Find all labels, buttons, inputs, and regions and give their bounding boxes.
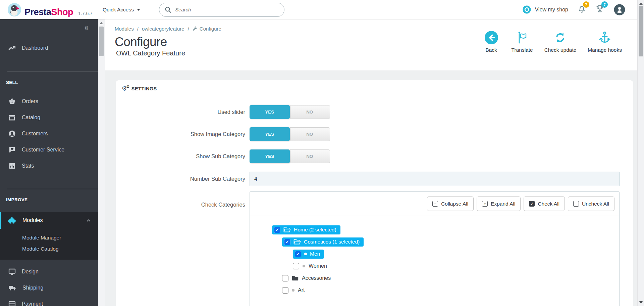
check-update-label: Check update xyxy=(544,47,577,53)
sidebar-item-dashboard[interactable]: Dashboard xyxy=(0,40,98,56)
checkbox-checked[interactable]: ✓ xyxy=(284,239,290,245)
anchor-icon xyxy=(597,30,612,45)
window-scrollbar[interactable] xyxy=(637,0,644,306)
achievements-button[interactable]: 7 xyxy=(595,4,604,15)
checkbox-unchecked[interactable] xyxy=(282,287,288,294)
sidebar-item-payment[interactable]: Payment xyxy=(0,296,98,306)
used-slider-toggle[interactable]: YES NO xyxy=(250,105,330,119)
breadcrumb-configure: Configure xyxy=(193,26,221,32)
tree-item-accessories: Accessories xyxy=(282,273,612,283)
notifications-button[interactable]: 7 xyxy=(578,4,586,15)
checkbox-checked[interactable]: ✓ xyxy=(295,251,301,257)
tree-node-selected[interactable]: ✓ Men xyxy=(293,250,324,259)
show-image-category-label: Show Image Category xyxy=(116,131,250,137)
view-my-shop-link[interactable]: View my shop xyxy=(522,5,568,14)
sidebar-item-orders[interactable]: Orders xyxy=(0,93,98,110)
category-tree: ✓ Home (2 selected) xyxy=(250,216,619,306)
scrollbar-thumb[interactable] xyxy=(99,27,104,56)
sidebar-item-module-catalog[interactable]: Module Catalog xyxy=(22,243,98,254)
checkbox-checked[interactable]: ✓ xyxy=(274,227,280,233)
tree-item-men: ✓ Men xyxy=(293,249,612,259)
leaf-bullet-icon xyxy=(292,289,294,292)
prestashop-logo[interactable]: PrestaShop 1.7.6.7 xyxy=(0,3,93,17)
manage-hooks-button[interactable]: Manage hooks xyxy=(588,30,622,53)
breadcrumb-module-name[interactable]: owlcategoryfeature xyxy=(142,26,184,32)
sidebar-item-label: Stats xyxy=(22,163,34,169)
sidebar-item-label: Customers xyxy=(22,131,48,137)
breadcrumb-modules[interactable]: Modules xyxy=(115,26,134,32)
leaf-bullet-icon xyxy=(304,253,307,255)
expand-all-button[interactable]: + Expand All xyxy=(477,196,521,211)
header-right-cluster: View my shop 7 7 xyxy=(522,4,637,15)
number-sub-category-row: Number Sub Category xyxy=(116,172,633,186)
tree-node-label: Art xyxy=(298,287,305,293)
check-all-button[interactable]: ✓ Check All xyxy=(524,196,565,211)
folder-open-icon xyxy=(283,227,291,233)
folder-open-icon xyxy=(293,239,301,245)
translate-button[interactable]: Translate xyxy=(512,30,533,53)
toggle-yes[interactable]: YES xyxy=(250,127,290,141)
sidebar-item-modules[interactable]: Modules xyxy=(0,212,98,229)
sidebar-item-label: Payment xyxy=(22,301,43,306)
uncheck-all-button[interactable]: Uncheck All xyxy=(568,196,614,211)
show-image-category-toggle[interactable]: YES NO xyxy=(250,127,330,141)
used-slider-row: Used slider YES NO xyxy=(116,105,633,119)
modules-active-block: Modules Module Manager Module Catalog xyxy=(0,212,98,260)
tree-node[interactable]: Accessories xyxy=(282,275,331,281)
sidebar-item-customer-service[interactable]: Customer Service xyxy=(0,142,98,158)
brand-presta: Presta xyxy=(24,7,51,17)
toggle-yes[interactable]: YES xyxy=(250,149,290,163)
check-update-button[interactable]: Check update xyxy=(544,30,577,53)
toggle-no[interactable]: NO xyxy=(290,149,330,163)
number-sub-category-input[interactable] xyxy=(250,172,620,186)
checkbox-unchecked[interactable] xyxy=(282,275,288,281)
toggle-no[interactable]: NO xyxy=(290,127,330,141)
sidebar-item-label: Design xyxy=(22,269,39,275)
scroll-up-arrow-icon[interactable] xyxy=(639,2,643,5)
truck-icon xyxy=(8,284,17,292)
collapse-all-button[interactable]: − Collapse All xyxy=(427,196,474,211)
tree-node-selected[interactable]: ✓ Home (2 selected) xyxy=(272,225,340,234)
sidebar-item-stats[interactable]: Stats xyxy=(0,158,98,174)
sidebar-item-customers[interactable]: Customers xyxy=(0,126,98,142)
scrollbar-thumb[interactable] xyxy=(639,6,643,56)
scroll-up-arrow-icon[interactable] xyxy=(100,22,103,24)
refresh-icon xyxy=(553,30,568,45)
sidebar-item-module-manager[interactable]: Module Manager xyxy=(22,232,98,243)
quick-access-menu[interactable]: Quick Access xyxy=(103,7,140,13)
brand-name: PrestaShop xyxy=(24,8,73,17)
sidebar-item-catalog[interactable]: Catalog xyxy=(0,110,98,126)
view-my-shop-label: View my shop xyxy=(535,7,568,13)
empty-box-icon xyxy=(573,201,579,207)
tree-node-selected[interactable]: ✓ Cosmeticos (1 selected) xyxy=(282,237,364,247)
scroll-down-arrow-icon[interactable] xyxy=(639,301,643,304)
search-bar[interactable] xyxy=(159,3,284,17)
search-input[interactable] xyxy=(175,7,279,12)
tree-node[interactable]: Art xyxy=(282,287,305,294)
person-circle-icon xyxy=(8,130,16,138)
notification-badge: 7 xyxy=(583,1,589,8)
sidebar-item-label: Modules xyxy=(22,217,43,223)
sidebar-item-shipping[interactable]: Shipping xyxy=(0,280,98,296)
back-button[interactable]: Back xyxy=(483,30,500,53)
sidebar-item-design[interactable]: Design xyxy=(0,264,98,280)
credit-card-icon xyxy=(8,300,16,306)
used-slider-label: Used slider xyxy=(116,109,250,115)
settings-panel: ⚙⚙ SETTINGS Used slider YES NO Show Imag… xyxy=(116,80,633,306)
manage-hooks-label: Manage hooks xyxy=(588,47,622,53)
sidebar-section-improve: IMPROVE xyxy=(6,197,98,203)
sidebar-collapse-button[interactable]: « xyxy=(0,19,98,34)
profile-button[interactable] xyxy=(614,4,625,15)
show-sub-category-toggle[interactable]: YES NO xyxy=(250,149,330,163)
toggle-yes[interactable]: YES xyxy=(250,105,290,119)
sidebar-nav: « Dashboard SELL Orders xyxy=(0,19,98,306)
tree-node[interactable]: Women xyxy=(293,263,327,269)
checkbox-unchecked[interactable] xyxy=(293,263,299,269)
show-sub-category-label: Show Sub Category xyxy=(116,153,250,160)
achievement-badge: 7 xyxy=(601,1,608,8)
main-content: Modules / owlcategoryfeature / Configure… xyxy=(105,19,637,306)
eye-icon xyxy=(522,5,531,14)
sidebar-scrollbar[interactable] xyxy=(98,19,105,306)
breadcrumb-separator: / xyxy=(188,26,189,32)
toggle-no[interactable]: NO xyxy=(290,105,330,119)
